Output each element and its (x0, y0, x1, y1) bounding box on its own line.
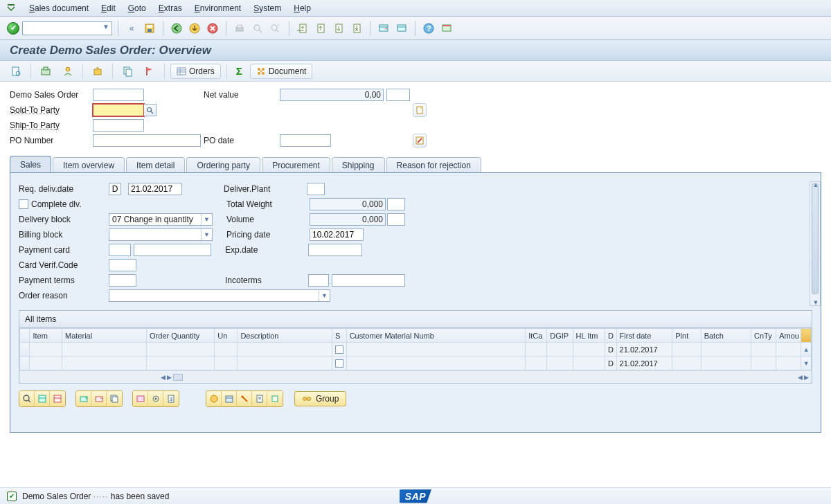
cvc-field[interactable] (109, 259, 136, 271)
cell-hlitm[interactable] (573, 343, 605, 357)
propose-items-icon[interactable] (133, 391, 148, 406)
col-cnty[interactable]: CnTy (751, 329, 776, 343)
col-item[interactable]: Item (30, 329, 62, 343)
prev-page-icon[interactable] (313, 21, 328, 36)
cell-s[interactable] (332, 343, 346, 357)
cell-amount[interactable] (776, 357, 801, 370)
col-first-date[interactable]: First date (616, 329, 672, 343)
reqdate-field[interactable] (128, 183, 182, 195)
cell-item[interactable] (30, 343, 62, 357)
ponum-field[interactable] (93, 134, 201, 147)
col-batch[interactable]: Batch (701, 329, 751, 343)
shipto-label[interactable]: Ship-To Party (10, 120, 93, 130)
col-s[interactable]: S (332, 329, 346, 343)
col-description[interactable]: Description (238, 329, 332, 343)
copy-icon[interactable] (118, 64, 136, 79)
col-amount[interactable]: Amou (776, 329, 801, 343)
menu-extras[interactable]: Extras (159, 3, 182, 13)
soldto-label[interactable]: Sold-To Party (10, 105, 93, 115)
col-dgip[interactable]: DGIP (547, 329, 573, 343)
cell-dgip[interactable] (547, 357, 573, 370)
select-all[interactable] (20, 329, 30, 343)
col-plnt[interactable]: Plnt (672, 329, 701, 343)
payterms-field[interactable] (109, 274, 136, 287)
sum-icon[interactable]: Σ (233, 64, 246, 79)
col-hlitm[interactable]: HL Itm (573, 329, 605, 343)
detail-icon[interactable] (19, 391, 35, 406)
cell-cnty[interactable] (751, 343, 776, 357)
checkbox-icon[interactable] (335, 345, 343, 354)
menu-goto[interactable]: Goto (128, 3, 146, 13)
cell-batch[interactable] (701, 357, 751, 370)
table-row[interactable]: D 21.02.2017 ▼ (20, 357, 812, 370)
incoterms1-field[interactable] (308, 274, 329, 287)
header-detail-icon[interactable] (37, 64, 55, 79)
text-icon[interactable] (252, 391, 267, 406)
vscroll-up-icon[interactable]: ▲ (801, 343, 812, 357)
table-row[interactable]: D 21.02.2017 ▲ (20, 343, 812, 357)
col-order-qty[interactable]: Order Quantity (147, 329, 215, 343)
command-field[interactable]: ▼ (22, 21, 112, 35)
group-button[interactable]: Group (294, 391, 346, 406)
tab-sales[interactable]: Sales (10, 156, 51, 172)
insert-row-icon[interactable]: + (76, 391, 91, 406)
paycard-field[interactable] (134, 244, 211, 256)
dropdown-icon[interactable]: ▼ (201, 229, 212, 240)
tab-item-detail[interactable]: Item detail (126, 157, 185, 172)
delplant-field[interactable] (307, 183, 325, 195)
menu-help[interactable]: Help (294, 3, 311, 13)
row-selector[interactable] (20, 343, 30, 357)
menu-system[interactable]: System (253, 3, 281, 13)
scroll-right-icon[interactable]: ▶ (167, 374, 172, 381)
cell-hlitm[interactable] (573, 357, 605, 370)
tab-item-overview[interactable]: Item overview (53, 157, 125, 172)
incoterms2-field[interactable] (332, 274, 405, 287)
volume-unit-field[interactable] (387, 213, 405, 226)
dropdown-icon[interactable]: ▼ (201, 214, 212, 225)
currency-field[interactable] (386, 89, 410, 101)
change-log-icon[interactable] (413, 134, 427, 147)
tab-ordering-party[interactable]: Ordering party (186, 157, 260, 172)
totweight-unit-field[interactable] (387, 198, 405, 210)
app-menu-icon[interactable] (6, 3, 17, 14)
new-session-icon[interactable]: + (376, 21, 391, 36)
cell-un[interactable] (215, 357, 238, 370)
menu-sales-document[interactable]: Sales document (29, 3, 89, 13)
enter-icon[interactable]: ✔ (7, 22, 19, 35)
cell-itca[interactable] (526, 357, 547, 370)
cell-itca[interactable] (526, 343, 547, 357)
shipto-field[interactable] (93, 119, 144, 132)
col-un[interactable]: Un (215, 329, 238, 343)
next-page-icon[interactable] (331, 21, 346, 36)
cell-desc[interactable] (238, 357, 332, 370)
scroll-left-icon[interactable]: ◀ (161, 374, 166, 381)
exit-circle-icon[interactable] (187, 21, 202, 36)
scroll-right2-icon[interactable]: ▶ (804, 374, 809, 381)
back-circle-icon[interactable] (169, 21, 184, 36)
delete-row-icon[interactable]: − (91, 391, 107, 406)
col-cust-mat[interactable]: Customer Material Numb (346, 329, 526, 343)
cell-custmat[interactable] (346, 343, 526, 357)
find-next-icon[interactable]: + (268, 21, 283, 36)
help-icon[interactable]: ? (421, 21, 436, 36)
cell-plnt[interactable] (672, 357, 701, 370)
pricing-icon[interactable] (237, 391, 252, 406)
dropdown-icon[interactable]: ▼ (100, 23, 111, 34)
back-icon[interactable]: « (124, 21, 139, 36)
display-config-icon[interactable] (89, 64, 107, 79)
orders-button[interactable]: Orders (170, 64, 221, 79)
display-doc-icon[interactable] (7, 64, 25, 79)
cell-un[interactable] (215, 343, 238, 357)
conditions-icon[interactable] (267, 391, 283, 406)
cell-batch[interactable] (701, 343, 751, 357)
podate-field[interactable] (280, 134, 331, 147)
pricedate-field[interactable] (310, 228, 364, 241)
scroll-thumb[interactable] (812, 183, 819, 294)
shortcut-icon[interactable] (394, 21, 409, 36)
reqdate-type-field[interactable] (109, 183, 121, 195)
cell-firstdate[interactable]: 21.02.2017 (616, 357, 672, 370)
demo-order-field[interactable] (93, 89, 144, 101)
cell-desc[interactable] (238, 343, 332, 357)
config-icon[interactable] (148, 391, 163, 406)
deselect-all-icon[interactable] (50, 391, 65, 406)
